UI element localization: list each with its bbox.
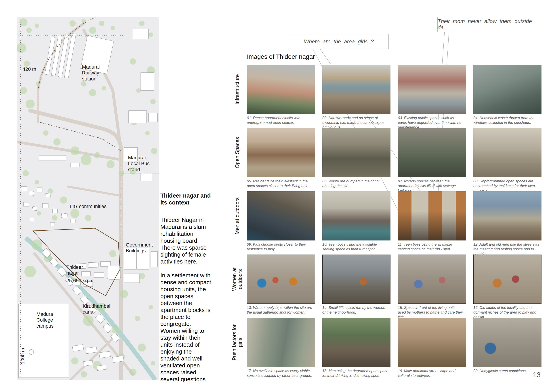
photo-08: 08. Unprogrammed open spaces are encroac…	[473, 128, 541, 188]
row-label-women-outdoors: Women at outdoors	[231, 267, 243, 291]
photo-19: 19. Male dominant streetscape and cultur…	[398, 318, 466, 378]
photo-06: 06. Waste are dumped in the canal abutti…	[322, 128, 390, 188]
map-label-thideer: Thideer nagar	[66, 264, 83, 276]
photo-01-caption: 01. Dense apartment blocks with unprogra…	[247, 116, 313, 125]
row-label-infrastructure: Infrastructure	[234, 74, 240, 105]
photo-12-caption: 12. Adult and old men use the streets as…	[473, 242, 540, 256]
map-label-thideer-area: 25,650 sq m	[66, 278, 93, 284]
photo-12: 12. Adult and old men use the streets as…	[473, 191, 541, 251]
page-number: 13	[533, 371, 540, 379]
speech-bubble-question: Where are the area girls ?	[289, 34, 389, 49]
photo-15-caption: 15. Space in-front of the living units u…	[398, 305, 464, 319]
photo-grid: 01. Dense apartment blocks with unprogra…	[247, 65, 542, 378]
photo-15-image	[398, 255, 466, 304]
photo-01-image	[247, 65, 315, 114]
speech-bubble-answer: Their mom never allow them outside da.	[437, 17, 538, 32]
gallery-heading: Images of Thideer nagar	[247, 53, 315, 60]
photo-08-caption: 08. Unprogrammed open spaces are encroac…	[473, 179, 540, 193]
photo-09: 09. Kids choose spots closer to their re…	[247, 191, 315, 251]
photo-19-caption: 19. Male dominant streetscape and cultur…	[398, 369, 464, 378]
photo-07-image	[398, 128, 466, 177]
photo-14-image	[322, 255, 390, 304]
photo-02: 02. Narrow roads and no sense of ownersh…	[322, 65, 390, 125]
photo-03: 03. Existing public spaces such as parks…	[398, 65, 466, 125]
photo-15: 15. Space in-front of the living units u…	[398, 255, 466, 315]
photo-13-caption: 13. Water supply taps within the site ar…	[247, 305, 313, 315]
photo-20-caption: 20. Unhygienic street conditions.	[473, 369, 540, 373]
photo-09-caption: 09. Kids choose spots closer to their re…	[247, 242, 313, 252]
speech-bubble-question-text: Where are the area girls ?	[304, 38, 374, 45]
map-scale-label-1000: 1000 m	[20, 348, 26, 364]
photo-20-image	[473, 318, 541, 367]
row-label-open-spaces: Open Spaces	[234, 137, 240, 168]
photo-02-caption: 02. Narrow roads and no sense of ownersh…	[322, 116, 388, 130]
map-label-government: Government Buildings	[126, 242, 153, 254]
photo-07: 07. Narrow spaces between the apartment …	[398, 128, 466, 188]
article-paragraph-1: Thideer Nagar in Madurai is a slum rehab…	[160, 217, 212, 265]
photo-04-image	[473, 65, 541, 114]
map-label-lig: LIG communities	[70, 203, 107, 210]
photo-19-image	[398, 318, 466, 367]
photo-16: 16. Old ladies of the locality use the d…	[473, 255, 541, 315]
article-column: Thideer nagar and its context Thideer Na…	[160, 192, 212, 390]
map-label-bus-stand: Madurai Local Bus stand	[128, 155, 150, 173]
speech-bubble-answer-text: Their mom never allow them outside da.	[438, 18, 538, 31]
row-label-push-factors: Push factors for girls	[231, 324, 243, 360]
photo-17: 17. No available space as every viable s…	[247, 318, 315, 378]
photo-18-caption: 18. Men using the degraded open space as…	[322, 369, 388, 378]
map-scale-label-420: 420 m	[23, 66, 36, 72]
photo-06-caption: 06. Waste are dumped in the canal abutti…	[322, 179, 388, 188]
map-label-railway: Madurai Railway station	[82, 64, 100, 82]
map-scale-marker	[29, 350, 34, 354]
article-heading: Thideer nagar and its context	[160, 192, 212, 206]
photo-08-image	[473, 128, 541, 177]
photo-06-image	[322, 128, 390, 177]
photo-07-caption: 07. Narrow spaces between the apartment …	[398, 179, 464, 193]
photo-10-image	[322, 191, 390, 240]
photo-13-image	[247, 255, 315, 304]
photo-12-image	[473, 191, 541, 240]
photo-03-image	[398, 65, 466, 114]
photo-20: 20. Unhygienic street conditions.	[473, 318, 541, 378]
photo-05-image	[247, 128, 315, 177]
photo-11-caption: 11. Teen boys using the available seatin…	[398, 242, 464, 252]
photo-05: 05. Residents tie their livestock in the…	[247, 128, 315, 188]
photo-10-caption: 10. Teen boys using the available seatin…	[322, 242, 388, 252]
photo-11-image	[398, 191, 466, 240]
photo-14: 14. Small tiffin stalls run by the women…	[322, 255, 390, 315]
portfolio-page: 420 m Madurai Railway station Madurai Lo…	[0, 0, 554, 392]
photo-04-caption: 04. Household waste thrown from the wind…	[473, 116, 540, 125]
photo-05-caption: 05. Residents tie their livestock in the…	[247, 179, 313, 188]
photo-10: 10. Teen boys using the available seatin…	[322, 191, 390, 251]
photo-18: 18. Men using the degraded open space as…	[322, 318, 390, 378]
photo-03-caption: 03. Existing public spaces such as parks…	[398, 116, 464, 130]
photo-16-caption: 16. Old ladies of the locality use the d…	[473, 305, 540, 319]
map-label-canal: Kirudhambal canal	[83, 303, 110, 315]
row-label-men-outdoors: Men at outdoors	[234, 197, 240, 234]
photo-17-image	[247, 318, 315, 367]
photo-13: 13. Water supply taps within the site ar…	[247, 255, 315, 315]
photo-04: 04. Household waste thrown from the wind…	[473, 65, 541, 125]
site-map: 420 m Madurai Railway station Madurai Lo…	[17, 17, 159, 380]
photo-14-caption: 14. Small tiffin stalls run by the women…	[322, 305, 388, 315]
map-label-college: Madura College campus	[36, 311, 54, 329]
article-paragraph-2: In a settlement with dense and compact h…	[160, 272, 212, 383]
photo-11: 11. Teen boys using the available seatin…	[398, 191, 466, 251]
photo-16-image	[473, 255, 541, 304]
photo-18-image	[322, 318, 390, 367]
photo-02-image	[322, 65, 390, 114]
photo-01: 01. Dense apartment blocks with unprogra…	[247, 65, 315, 125]
photo-17-caption: 17. No available space as every viable s…	[247, 369, 313, 378]
photo-09-image	[247, 191, 315, 240]
